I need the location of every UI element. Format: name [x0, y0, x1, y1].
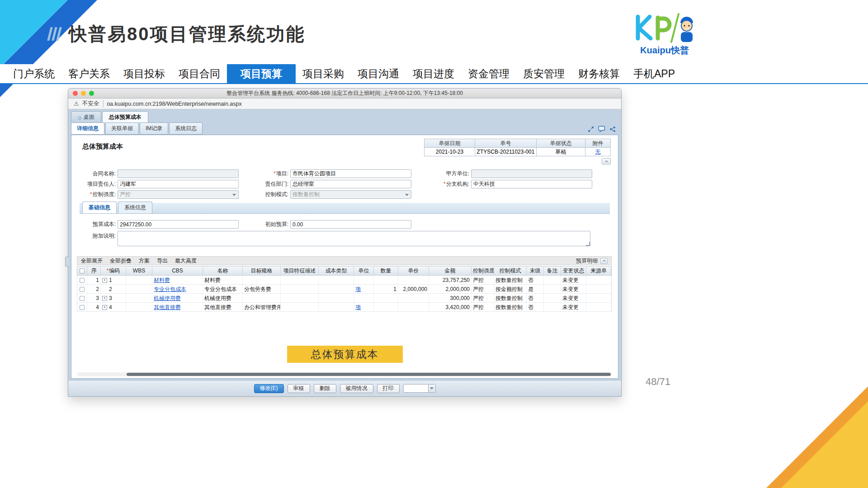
cell-cbs[interactable]: 材料费: [152, 276, 203, 284]
cell-unit[interactable]: 项: [354, 285, 374, 293]
table-row[interactable]: 3+3机械使用费机械使用费300,000严控按数量控制否未变更: [77, 294, 611, 303]
grid-column-mode[interactable]: 控制模式: [494, 267, 527, 275]
grid-collapse-button[interactable]: [600, 258, 608, 264]
contract-name-input[interactable]: [118, 169, 239, 178]
nav-item-project-budget[interactable]: 项目预算: [227, 64, 296, 83]
tab-desktop[interactable]: ⌂ 桌面: [71, 111, 101, 122]
grid-select-all-checkbox[interactable]: [77, 267, 87, 275]
grid-column-remark[interactable]: 备注: [544, 267, 561, 275]
expand-icon[interactable]: +: [102, 305, 107, 310]
cell-cbs[interactable]: 机械使用费: [152, 294, 203, 302]
nav-item-fund-management[interactable]: 资金管理: [461, 64, 516, 83]
tab-budget-document[interactable]: 总体预算成本: [102, 111, 148, 122]
collapse-header-button[interactable]: [602, 158, 611, 164]
party-a-input[interactable]: [471, 169, 592, 178]
url-text[interactable]: oa.kuaipu.com.cn:2198/WebEnterprise/newm…: [107, 101, 242, 107]
initial-budget-input[interactable]: [290, 220, 411, 229]
modify-button[interactable]: 修改(E): [254, 384, 284, 393]
grid-column-source[interactable]: 来源单: [586, 267, 611, 275]
browser-url-bar[interactable]: ⚠ 不安全 oa.kuaipu.com.cn:2198/WebEnterpris…: [68, 99, 621, 109]
tab-related-documents[interactable]: 关联单据: [105, 122, 139, 135]
panel-collapse-handle[interactable]: [65, 257, 69, 267]
section-tab-basic-info[interactable]: 基础信息: [82, 202, 117, 213]
cell-cbs[interactable]: 其他直接费: [152, 303, 203, 311]
grid-column-seq[interactable]: 序: [87, 267, 101, 275]
cell-select[interactable]: [77, 294, 87, 302]
department-input[interactable]: [290, 180, 411, 188]
tab-detail-info[interactable]: 详细信息: [71, 122, 104, 135]
expand-icon[interactable]: +: [102, 296, 107, 301]
audit-button[interactable]: 审核: [288, 384, 310, 393]
control-mode-select[interactable]: 按数量控制: [290, 190, 411, 199]
nav-item-project-communication[interactable]: 项目沟通: [351, 64, 406, 83]
close-window-button[interactable]: [73, 91, 78, 96]
cell-code[interactable]: +3: [101, 294, 126, 302]
grid-column-cost_type[interactable]: 成本类型: [319, 267, 354, 275]
nav-item-project-bidding[interactable]: 项目投标: [117, 64, 172, 83]
cell-code[interactable]: +1: [101, 276, 126, 284]
print-button[interactable]: 打印: [377, 384, 400, 393]
grid-column-cbs[interactable]: CBS: [152, 267, 203, 275]
chat-icon[interactable]: [598, 126, 605, 132]
share-icon[interactable]: [609, 126, 616, 132]
nav-item-portal-system[interactable]: 门户系统: [6, 64, 61, 83]
collapse-all-link[interactable]: 全部折叠: [110, 257, 132, 265]
fullscreen-icon[interactable]: [588, 126, 594, 132]
cell-unit[interactable]: 项: [354, 303, 374, 311]
checkbox-icon[interactable]: [80, 296, 85, 301]
nav-item-financial-accounting[interactable]: 财务核算: [571, 64, 627, 83]
minimize-window-button[interactable]: [81, 91, 86, 96]
chevron-down-icon[interactable]: [428, 385, 435, 392]
scheme-link[interactable]: 方案: [139, 257, 150, 265]
grid-column-amount[interactable]: 金额: [429, 267, 472, 275]
grid-column-unit[interactable]: 单位: [354, 267, 374, 275]
checkbox-icon[interactable]: [80, 305, 85, 310]
branch-input[interactable]: [471, 180, 592, 188]
unit-link[interactable]: 项: [355, 286, 361, 292]
nav-item-project-contract[interactable]: 项目合同: [172, 64, 227, 83]
cell-select[interactable]: [77, 285, 87, 293]
grid-column-leaf[interactable]: 末级: [527, 267, 544, 275]
nav-item-quality-safety[interactable]: 质安管理: [516, 64, 571, 83]
nav-item-project-progress[interactable]: 项目进度: [406, 64, 461, 83]
project-manager-input[interactable]: [118, 180, 239, 188]
section-tab-system-info[interactable]: 系统信息: [118, 202, 152, 213]
grid-column-feature[interactable]: 项目特征描述: [281, 267, 319, 275]
export-link[interactable]: 导出: [157, 257, 168, 265]
zoom-window-button[interactable]: [89, 91, 94, 96]
expand-icon[interactable]: +: [102, 278, 107, 283]
print-format-select[interactable]: [403, 384, 436, 393]
checkbox-icon[interactable]: [80, 278, 85, 283]
scrollbar-thumb[interactable]: [127, 373, 611, 376]
grid-column-strength[interactable]: 控制强度: [472, 267, 494, 275]
budget-cost-input[interactable]: [118, 220, 239, 229]
unit-link[interactable]: 项: [355, 304, 361, 310]
tab-im-records[interactable]: IM记录: [140, 122, 168, 135]
cell-cbs[interactable]: 专业分包成本: [152, 285, 203, 293]
grid-column-code[interactable]: *编码: [101, 267, 126, 275]
checkbox-icon[interactable]: [80, 268, 85, 273]
max-height-link[interactable]: 最大高度: [175, 257, 197, 265]
cbs-link[interactable]: 其他直接费: [154, 304, 181, 310]
control-strength-select[interactable]: 严控: [118, 190, 239, 199]
horizontal-scrollbar[interactable]: [77, 372, 612, 376]
tab-system-log[interactable]: 系统日志: [169, 122, 203, 135]
grid-column-spec[interactable]: 目标规格: [243, 267, 281, 275]
cell-code[interactable]: +4: [101, 303, 126, 311]
cell-select[interactable]: [77, 303, 87, 311]
expand-all-link[interactable]: 全部展开: [81, 257, 103, 265]
delete-button[interactable]: 删除: [314, 384, 336, 393]
grid-column-wbs[interactable]: WBS: [126, 267, 152, 275]
table-row[interactable]: 4+4其他直接费其他直接费办公和管理费用项3,420,000严控按数量控制否未变…: [77, 303, 611, 312]
checkbox-icon[interactable]: [80, 287, 85, 292]
nav-item-project-procurement[interactable]: 项目采购: [296, 64, 351, 83]
table-row[interactable]: 1+1材料费材料费23,757,250严控按数量控制否未变更: [77, 276, 611, 285]
grid-column-change[interactable]: 变更状态: [561, 267, 586, 275]
textarea-resize-grip[interactable]: [586, 242, 590, 246]
cbs-link[interactable]: 专业分包成本: [154, 286, 186, 292]
usage-button[interactable]: 被用情况: [340, 384, 373, 393]
cbs-link[interactable]: 材料费: [154, 277, 170, 283]
cbs-link[interactable]: 机械使用费: [154, 295, 181, 301]
security-label[interactable]: 不安全: [82, 100, 104, 108]
attachment-link[interactable]: 无: [595, 149, 601, 155]
